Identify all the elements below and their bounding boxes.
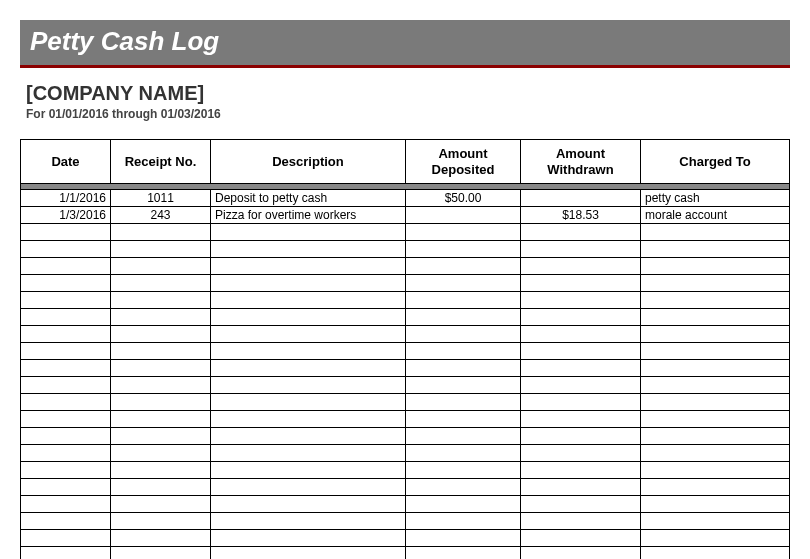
cell-charged[interactable] xyxy=(641,309,790,326)
cell-receipt[interactable] xyxy=(111,258,211,275)
cell-date[interactable] xyxy=(21,360,111,377)
cell-deposited[interactable]: $50.00 xyxy=(406,190,521,207)
cell-charged[interactable]: petty cash xyxy=(641,190,790,207)
cell-date[interactable] xyxy=(21,428,111,445)
cell-deposited[interactable] xyxy=(406,326,521,343)
cell-receipt[interactable] xyxy=(111,462,211,479)
cell-date[interactable] xyxy=(21,496,111,513)
cell-receipt[interactable] xyxy=(111,547,211,559)
cell-description[interactable] xyxy=(211,547,406,559)
cell-date[interactable] xyxy=(21,224,111,241)
cell-date[interactable] xyxy=(21,241,111,258)
cell-charged[interactable] xyxy=(641,496,790,513)
cell-withdrawn[interactable] xyxy=(521,411,641,428)
cell-deposited[interactable] xyxy=(406,343,521,360)
cell-deposited[interactable] xyxy=(406,547,521,559)
cell-charged[interactable] xyxy=(641,377,790,394)
cell-deposited[interactable] xyxy=(406,513,521,530)
cell-withdrawn[interactable] xyxy=(521,377,641,394)
cell-receipt[interactable] xyxy=(111,292,211,309)
cell-receipt[interactable] xyxy=(111,394,211,411)
cell-description[interactable] xyxy=(211,360,406,377)
cell-deposited[interactable] xyxy=(406,275,521,292)
cell-description[interactable] xyxy=(211,309,406,326)
cell-description[interactable]: Deposit to petty cash xyxy=(211,190,406,207)
cell-description[interactable] xyxy=(211,411,406,428)
cell-description[interactable] xyxy=(211,343,406,360)
cell-receipt[interactable] xyxy=(111,445,211,462)
cell-date[interactable] xyxy=(21,394,111,411)
cell-description[interactable] xyxy=(211,428,406,445)
cell-withdrawn[interactable] xyxy=(521,343,641,360)
cell-receipt[interactable] xyxy=(111,377,211,394)
cell-description[interactable] xyxy=(211,377,406,394)
cell-deposited[interactable] xyxy=(406,479,521,496)
cell-withdrawn[interactable] xyxy=(521,275,641,292)
cell-receipt[interactable]: 1011 xyxy=(111,190,211,207)
cell-withdrawn[interactable] xyxy=(521,479,641,496)
cell-deposited[interactable] xyxy=(406,428,521,445)
cell-date[interactable] xyxy=(21,292,111,309)
cell-date[interactable]: 1/1/2016 xyxy=(21,190,111,207)
cell-charged[interactable] xyxy=(641,513,790,530)
cell-withdrawn[interactable]: $18.53 xyxy=(521,207,641,224)
cell-receipt[interactable] xyxy=(111,530,211,547)
cell-date[interactable] xyxy=(21,326,111,343)
cell-description[interactable] xyxy=(211,530,406,547)
cell-receipt[interactable] xyxy=(111,241,211,258)
cell-charged[interactable] xyxy=(641,360,790,377)
cell-description[interactable] xyxy=(211,445,406,462)
cell-date[interactable] xyxy=(21,462,111,479)
cell-withdrawn[interactable] xyxy=(521,496,641,513)
cell-date[interactable] xyxy=(21,547,111,559)
cell-charged[interactable] xyxy=(641,394,790,411)
cell-receipt[interactable] xyxy=(111,224,211,241)
cell-description[interactable] xyxy=(211,513,406,530)
cell-charged[interactable] xyxy=(641,530,790,547)
cell-withdrawn[interactable] xyxy=(521,428,641,445)
cell-charged[interactable] xyxy=(641,326,790,343)
cell-deposited[interactable] xyxy=(406,207,521,224)
cell-charged[interactable] xyxy=(641,445,790,462)
cell-withdrawn[interactable] xyxy=(521,445,641,462)
cell-withdrawn[interactable] xyxy=(521,309,641,326)
cell-withdrawn[interactable] xyxy=(521,462,641,479)
cell-description[interactable] xyxy=(211,326,406,343)
cell-date[interactable] xyxy=(21,309,111,326)
cell-withdrawn[interactable] xyxy=(521,241,641,258)
cell-description[interactable] xyxy=(211,224,406,241)
cell-receipt[interactable] xyxy=(111,275,211,292)
cell-receipt[interactable] xyxy=(111,496,211,513)
cell-deposited[interactable] xyxy=(406,241,521,258)
cell-description[interactable] xyxy=(211,258,406,275)
cell-charged[interactable] xyxy=(641,241,790,258)
cell-receipt[interactable] xyxy=(111,411,211,428)
cell-receipt[interactable] xyxy=(111,428,211,445)
cell-charged[interactable] xyxy=(641,428,790,445)
cell-deposited[interactable] xyxy=(406,394,521,411)
cell-charged[interactable] xyxy=(641,343,790,360)
cell-deposited[interactable] xyxy=(406,530,521,547)
cell-description[interactable] xyxy=(211,479,406,496)
cell-withdrawn[interactable] xyxy=(521,394,641,411)
cell-charged[interactable] xyxy=(641,224,790,241)
cell-date[interactable] xyxy=(21,411,111,428)
cell-charged[interactable] xyxy=(641,479,790,496)
cell-deposited[interactable] xyxy=(406,360,521,377)
cell-receipt[interactable]: 243 xyxy=(111,207,211,224)
cell-deposited[interactable] xyxy=(406,445,521,462)
cell-charged[interactable] xyxy=(641,411,790,428)
cell-withdrawn[interactable] xyxy=(521,547,641,559)
cell-deposited[interactable] xyxy=(406,224,521,241)
cell-charged[interactable] xyxy=(641,275,790,292)
cell-charged[interactable] xyxy=(641,292,790,309)
cell-date[interactable]: 1/3/2016 xyxy=(21,207,111,224)
cell-withdrawn[interactable] xyxy=(521,292,641,309)
cell-withdrawn[interactable] xyxy=(521,258,641,275)
cell-description[interactable] xyxy=(211,241,406,258)
cell-date[interactable] xyxy=(21,343,111,360)
cell-date[interactable] xyxy=(21,275,111,292)
cell-date[interactable] xyxy=(21,530,111,547)
cell-description[interactable]: Pizza for overtime workers xyxy=(211,207,406,224)
cell-receipt[interactable] xyxy=(111,513,211,530)
